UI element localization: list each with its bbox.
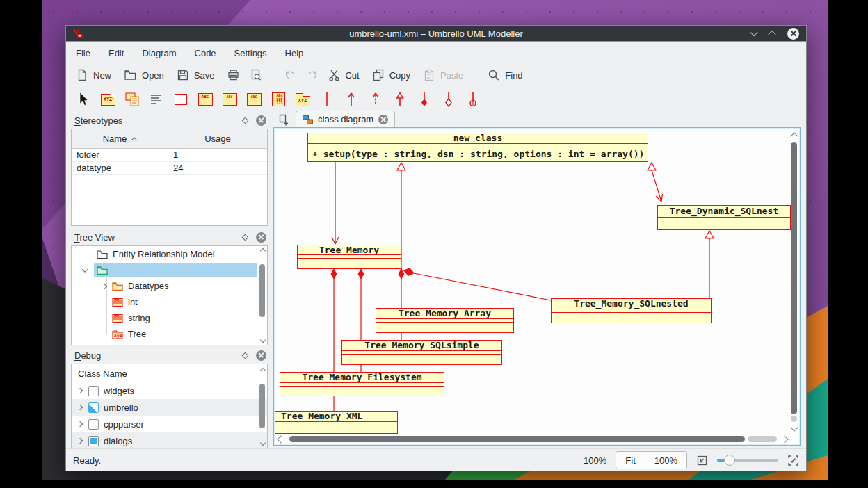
package-tool-button[interactable]: XYZ xyxy=(294,90,312,108)
uml-class-new_class[interactable]: new_class + setup(type : string, dsn : s… xyxy=(307,133,648,162)
column-header-usage[interactable]: Usage xyxy=(168,129,267,148)
tree-view-panel-header[interactable]: Tree View xyxy=(70,230,271,244)
datatype-tool-button[interactable]: ABC xyxy=(245,90,263,108)
checkbox-unchecked[interactable] xyxy=(88,419,99,430)
menu-help[interactable]: Help xyxy=(285,48,304,58)
tree-item-datatypes[interactable]: Datatypes xyxy=(72,278,267,294)
collapsed-chevron-icon[interactable] xyxy=(77,388,83,393)
menu-diagram[interactable]: Diagram xyxy=(142,48,176,58)
vertical-scrollbar-track[interactable] xyxy=(791,416,797,422)
column-header-name[interactable]: Name xyxy=(72,129,168,148)
close-panel-icon[interactable] xyxy=(256,232,266,243)
uml-class-tree-memory-filesystem[interactable]: Tree_Memory_Filesystem xyxy=(280,372,444,396)
zoom-100-button[interactable]: 100% xyxy=(645,452,686,469)
debug-scrollbar[interactable] xyxy=(259,384,265,428)
close-panel-icon[interactable] xyxy=(256,115,266,126)
composition-tool-button[interactable] xyxy=(415,90,433,108)
zoom-slider[interactable] xyxy=(717,455,778,466)
minimize-button[interactable] xyxy=(750,29,757,36)
float-panel-icon[interactable] xyxy=(242,117,249,124)
tab-class-diagram[interactable]: class diagram xyxy=(296,111,395,127)
find-button[interactable]: Find xyxy=(488,69,522,81)
fit-window-icon[interactable] xyxy=(696,455,708,466)
connector-generalization-sqlnested-treedynamic[interactable] xyxy=(705,231,714,298)
generalization-tool-button[interactable] xyxy=(391,90,409,108)
debug-item-cppparser[interactable]: cppparser xyxy=(72,416,267,432)
checkbox-checked[interactable] xyxy=(88,436,99,446)
table-row[interactable]: folder1 xyxy=(72,149,267,162)
fit-button[interactable]: Fit xyxy=(616,452,645,469)
collapsed-chevron-icon[interactable] xyxy=(77,421,83,427)
cut-button[interactable]: Cut xyxy=(328,69,359,81)
paste-button[interactable]: Paste xyxy=(423,69,463,81)
connector-association-newclass-treememory[interactable] xyxy=(332,162,339,244)
expanded-chevron-icon[interactable] xyxy=(82,266,88,272)
float-panel-icon[interactable] xyxy=(242,352,249,359)
connector-composition-treememory-sqlsimple[interactable] xyxy=(399,268,405,279)
uml-class-tree-memory-sqlnested[interactable]: Tree_Memory_SQLnested xyxy=(551,298,712,323)
checkbox-partial[interactable] xyxy=(88,402,99,413)
dependency-tool-button[interactable] xyxy=(367,90,385,108)
new-button[interactable]: New xyxy=(76,69,111,81)
uml-class-tree-memory[interactable]: Tree_Memory xyxy=(297,245,401,269)
maximize-button[interactable] xyxy=(768,31,775,38)
checkbox-unchecked[interactable] xyxy=(88,386,99,396)
tree-item-entity-relationship-model[interactable]: Entity Relationship Model xyxy=(72,246,267,262)
debug-item-widgets[interactable]: widgets xyxy=(72,382,267,399)
print-button[interactable] xyxy=(227,69,240,81)
uml-class-tree-dynamic-sqlnest[interactable]: Tree_Dynamic_SQLnest xyxy=(657,205,791,230)
association-tool-button[interactable] xyxy=(318,90,336,108)
text-tool-button[interactable] xyxy=(147,90,166,108)
menu-code[interactable]: Code xyxy=(195,48,216,58)
tree-item-int[interactable]: int xyxy=(72,294,267,310)
menu-edit[interactable]: Edit xyxy=(108,48,124,58)
stereotypes-panel-header[interactable]: Stereotypes xyxy=(70,113,271,127)
debug-panel-header[interactable]: Debug xyxy=(70,348,271,362)
containment-tool-button[interactable] xyxy=(464,90,482,108)
vertical-scrollbar-thumb[interactable] xyxy=(791,142,797,414)
open-button[interactable]: Open xyxy=(124,69,164,81)
uml-class-tree-memory-sqlsimple[interactable]: Tree_Memory_SQLsimple xyxy=(341,340,502,365)
collapsed-chevron-icon[interactable] xyxy=(77,405,83,410)
note-tool-button[interactable] xyxy=(123,90,141,108)
copy-button[interactable]: Copy xyxy=(372,69,410,81)
undo-button[interactable] xyxy=(284,69,296,81)
aggregation-tool-button[interactable] xyxy=(440,90,458,108)
class-tool-button[interactable]: ABC xyxy=(196,90,214,108)
save-button[interactable]: Save xyxy=(177,69,215,81)
uml-class-tree-memory-array[interactable]: Tree_Memory_Array xyxy=(376,308,514,333)
collapsed-chevron-icon[interactable] xyxy=(102,283,107,288)
directional-association-tool-button[interactable] xyxy=(342,90,360,108)
connector-composition-treememory-sqlnested[interactable] xyxy=(403,268,551,300)
menu-settings[interactable]: Settings xyxy=(234,48,267,58)
initial-state-tool-button[interactable]: XYZ xyxy=(99,90,117,108)
box-tool-button[interactable] xyxy=(172,90,190,108)
tree-item-logical-view[interactable]: Logical View xyxy=(72,262,267,278)
select-tool-button[interactable] xyxy=(74,90,93,108)
menu-file[interactable]: File xyxy=(76,48,90,58)
diagram-canvas[interactable]: new_class + setup(type : string, dsn : s… xyxy=(273,127,801,446)
redo-button[interactable] xyxy=(306,69,319,81)
close-panel-icon[interactable] xyxy=(256,350,266,361)
horizontal-scrollbar-track[interactable] xyxy=(748,436,777,442)
tree-item-string[interactable]: string xyxy=(72,310,267,326)
horizontal-scrollbar-thumb[interactable] xyxy=(289,436,745,442)
enum-tool-button[interactable]: ABCDEF123 xyxy=(269,90,287,108)
uml-class-tree-memory-xml[interactable]: Tree_Memory_XML xyxy=(275,411,398,434)
connector-generalization-newclass-treedynamic[interactable] xyxy=(648,163,663,202)
expand-icon[interactable] xyxy=(787,455,799,466)
float-panel-icon[interactable] xyxy=(242,234,249,241)
print-preview-button[interactable] xyxy=(250,69,262,81)
table-row[interactable]: datatype24 xyxy=(72,162,267,175)
titlebar[interactable]: umbrello-uml.xmi – Umbrello UML Modeller xyxy=(66,26,806,42)
interface-tool-button[interactable]: ABC xyxy=(220,90,239,108)
debug-item-dialogs[interactable]: dialogs xyxy=(72,432,267,448)
zoom-slider-handle[interactable] xyxy=(724,455,735,466)
new-tab-button[interactable] xyxy=(273,112,293,127)
collapsed-chevron-icon[interactable] xyxy=(77,438,83,444)
tree-view-scrollbar[interactable] xyxy=(259,264,265,317)
debug-item-umbrello[interactable]: umbrello xyxy=(72,399,267,416)
close-button[interactable] xyxy=(787,28,799,40)
close-tab-icon[interactable] xyxy=(378,115,388,124)
tree-item-tree[interactable]: xyz Tree xyxy=(72,326,267,342)
